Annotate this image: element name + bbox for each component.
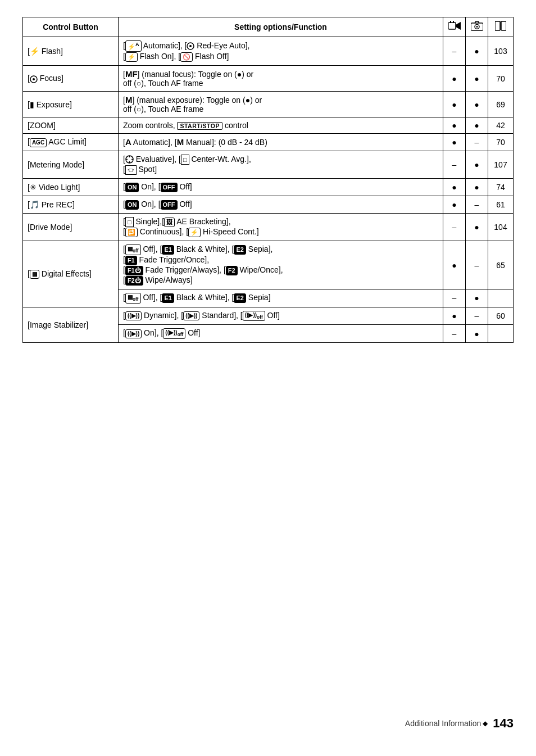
header-control: Control Button bbox=[23, 17, 119, 37]
table-row: [ZOOM] Zoom controls, START/STOP control… bbox=[23, 117, 514, 134]
video-camera-icon bbox=[448, 21, 461, 31]
page-metering: 107 bbox=[488, 151, 514, 178]
control-zoom: [ZOOM] bbox=[23, 117, 119, 134]
header-camera-icon bbox=[466, 17, 488, 37]
off-badge: OFF bbox=[161, 183, 178, 192]
control-exposure: [▮ Exposure] bbox=[23, 92, 119, 117]
table-row: [🎵 Pre REC] [ON On], [OFF Off] ● – 61 bbox=[23, 196, 514, 213]
setting-videolight: [ON On], [OFF Off] bbox=[119, 178, 443, 196]
video-digitaleffects-1: ● bbox=[443, 241, 466, 289]
svg-rect-8 bbox=[501, 21, 506, 30]
page-flash: 103 bbox=[488, 37, 514, 66]
camera-metering: ● bbox=[466, 151, 488, 178]
control-focus: [ Focus] bbox=[23, 66, 119, 92]
setting-imagestabilizer-1: [((▶)) Dynamic], [((▶)) Standard], [((▶)… bbox=[119, 307, 443, 325]
camera-focus: ● bbox=[466, 66, 488, 92]
camera-exposure: ● bbox=[466, 92, 488, 117]
header-book-icon bbox=[488, 17, 514, 37]
camera-zoom: ● bbox=[466, 117, 488, 134]
setting-exposure: [M] (manual exposure): Toggle on (●) oro… bbox=[119, 92, 443, 117]
page-imagestabilizer: 60 bbox=[488, 307, 514, 325]
video-drivemode: – bbox=[443, 213, 466, 241]
on-badge-prerec: ON bbox=[125, 200, 139, 210]
camera-agc: – bbox=[466, 134, 488, 151]
footer-diamond: ◆ bbox=[483, 719, 488, 727]
svg-marker-1 bbox=[456, 22, 461, 30]
page-digitaleffects: 65 bbox=[488, 241, 514, 289]
e1-badge: E1 bbox=[162, 245, 174, 255]
setting-zoom: Zoom controls, START/STOP control bbox=[119, 117, 443, 134]
camera-imagestabilizer-1: – bbox=[466, 307, 488, 325]
camera-prerec: – bbox=[466, 196, 488, 213]
table-row: [Metering Mode] [ Evaluative], [□ Center… bbox=[23, 151, 514, 178]
video-videolight: ● bbox=[443, 178, 466, 196]
still-camera-icon bbox=[471, 21, 483, 31]
header-video-icon bbox=[443, 17, 466, 37]
video-zoom: ● bbox=[443, 117, 466, 134]
page-drivemode: 104 bbox=[488, 213, 514, 241]
control-agc: [AGC AGC Limit] bbox=[23, 134, 119, 151]
control-metering: [Metering Mode] bbox=[23, 151, 119, 178]
setting-focus: [MF] (manual focus): Toggle on (●) oroff… bbox=[119, 66, 443, 92]
svg-point-11 bbox=[189, 45, 192, 47]
svg-rect-0 bbox=[448, 22, 456, 29]
table-row: [▩ Digital Effects] [▩off Off], [E1 Blac… bbox=[23, 241, 514, 289]
page-wrapper: Control Button Setting options/Function bbox=[22, 11, 514, 731]
f2c-badge: F2⏻ bbox=[125, 276, 143, 286]
setting-imagestabilizer-2: [((▶)) On], [((▶))off Off] bbox=[119, 325, 443, 343]
main-table: Control Button Setting options/Function bbox=[22, 17, 514, 343]
f1c-badge: F1⏻ bbox=[125, 266, 143, 275]
camera-digitaleffects-2: ● bbox=[466, 289, 488, 307]
page-videolight: 74 bbox=[488, 178, 514, 196]
page-agc: 70 bbox=[488, 134, 514, 151]
setting-metering: [ Evaluative], [□ Center-Wt. Avg.], [·□·… bbox=[119, 151, 443, 178]
setting-digitaleffects-2: [▩off Off], [E1 Black & White], [E2 Sepi… bbox=[119, 289, 443, 307]
control-prerec: [🎵 Pre REC] bbox=[23, 196, 119, 213]
video-digitaleffects-2: – bbox=[443, 289, 466, 307]
camera-videolight: ● bbox=[466, 178, 488, 196]
table-row: [✳ Video Light] [ON On], [OFF Off] ● ● 7… bbox=[23, 178, 514, 196]
video-focus: ● bbox=[443, 66, 466, 92]
page-exposure: 69 bbox=[488, 92, 514, 117]
table-row: [AGC AGC Limit] [A Automatic], [M Manual… bbox=[23, 134, 514, 151]
header-setting: Setting options/Function bbox=[119, 17, 443, 37]
video-agc: ● bbox=[443, 134, 466, 151]
control-digitaleffects: [▩ Digital Effects] bbox=[23, 241, 119, 307]
svg-point-6 bbox=[476, 26, 478, 28]
control-videolight: [✳ Video Light] bbox=[23, 178, 119, 196]
table-row: [▮ Exposure] [M] (manual exposure): Togg… bbox=[23, 92, 514, 117]
camera-flash: ● bbox=[466, 37, 488, 66]
setting-flash: [⚡A Automatic], [ Red-Eye Auto], [⚡ Flas… bbox=[119, 37, 443, 66]
page-prerec: 61 bbox=[488, 196, 514, 213]
control-flash: [⚡ Flash] bbox=[23, 37, 119, 66]
table-row: [ Focus] [MF] (manual focus): Toggle on … bbox=[23, 66, 514, 92]
video-imagestabilizer-1: ● bbox=[443, 307, 466, 325]
page-zoom: 42 bbox=[488, 117, 514, 134]
svg-point-13 bbox=[33, 78, 35, 80]
camera-digitaleffects-1: – bbox=[466, 241, 488, 289]
e2-badge: E2 bbox=[234, 245, 246, 255]
page-digitaleffects-2 bbox=[488, 289, 514, 307]
control-imagestabilizer: [Image Stabilizer] bbox=[23, 307, 119, 342]
table-row: [Drive Mode] [□ Single],[🖼 AE Bracketing… bbox=[23, 213, 514, 241]
video-prerec: ● bbox=[443, 196, 466, 213]
page-imagestabilizer-2 bbox=[488, 325, 514, 343]
e1-badge-2: E1 bbox=[162, 293, 174, 303]
on-badge: ON bbox=[125, 183, 139, 192]
footer-text: Additional Information bbox=[405, 719, 481, 728]
setting-agc: [A Automatic], [M Manual]: (0 dB - 24 dB… bbox=[119, 134, 443, 151]
start-stop-badge: START/STOP bbox=[177, 122, 222, 130]
video-flash: – bbox=[443, 37, 466, 66]
f2-badge: F2 bbox=[226, 266, 238, 275]
table-row: [⚡ Flash] [⚡A Automatic], [ Red-Eye Auto… bbox=[23, 37, 514, 66]
video-imagestabilizer-2: – bbox=[443, 325, 466, 343]
camera-drivemode: ● bbox=[466, 213, 488, 241]
off-badge-prerec: OFF bbox=[161, 200, 178, 210]
video-exposure: ● bbox=[443, 92, 466, 117]
video-metering: – bbox=[443, 151, 466, 178]
svg-rect-7 bbox=[495, 21, 500, 30]
footer-page-number: 143 bbox=[493, 716, 514, 731]
setting-prerec: [ON On], [OFF Off] bbox=[119, 196, 443, 213]
setting-digitaleffects-1: [▩off Off], [E1 Black & White], [E2 Sepi… bbox=[119, 241, 443, 289]
setting-drivemode: [□ Single],[🖼 AE Bracketing], [🔁 Continu… bbox=[119, 213, 443, 241]
